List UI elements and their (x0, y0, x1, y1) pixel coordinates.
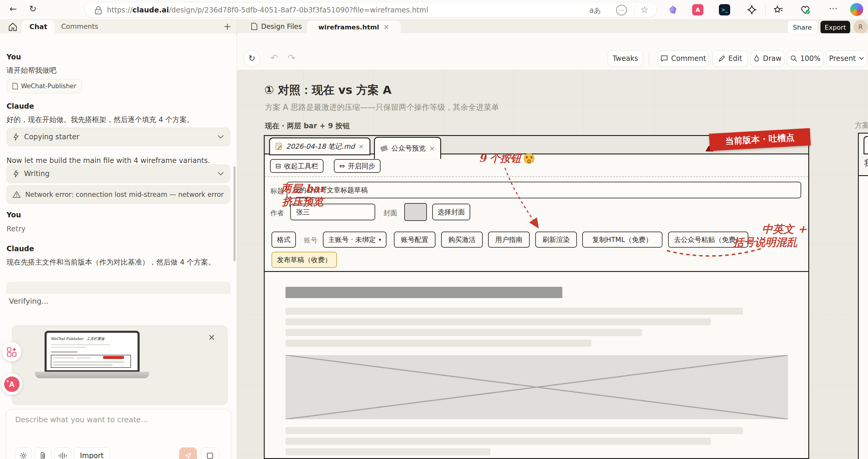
next-panel-label: 方案 (855, 121, 868, 130)
annotation-squeeze: 挤压预览 (282, 195, 323, 209)
close-icon[interactable]: × (358, 142, 364, 150)
svg-text:A: A (9, 380, 15, 389)
choose-cover-button[interactable]: 选择封面 (432, 204, 470, 220)
address-bar[interactable]: https://claude.ai/design/p/236d78f0-5dfb… (84, 2, 657, 18)
attach-paperclip-icon[interactable] (35, 448, 52, 459)
message-text: Retry (6, 224, 226, 234)
wireframe-subtitle: 方案 A 思路是最激进的压缩——只保留两个操作等级，其余全进菜单 (265, 102, 499, 112)
collapse-toolbar-button[interactable]: ⊟ 收起工具栏 (270, 159, 323, 173)
import-button[interactable]: Import (74, 448, 110, 459)
mockup-current-version: 2026-04-18 笔记.md × 公众号预览 × ⊟ 收起工具栏 ⇔ 开启同… (264, 135, 809, 459)
browser-more-menu-icon[interactable]: ⋯ (829, 3, 838, 13)
memo-icon (275, 142, 282, 150)
purchase-activate-button[interactable]: 购买激活 (441, 232, 483, 248)
extension-health-icon[interactable] (800, 4, 811, 15)
tweaks-button[interactable]: Tweaks (608, 51, 643, 66)
present-button[interactable]: Present (827, 51, 867, 66)
copilot-icon[interactable] (850, 3, 863, 16)
stop-button[interactable] (201, 448, 219, 459)
bookmark-star-icon[interactable]: ☆ (641, 4, 649, 15)
account-dropdown[interactable]: 主账号 · 未绑定 ▾ (323, 232, 386, 248)
file-icon (12, 83, 18, 90)
tab-wireframes[interactable]: wireframes.html × (307, 21, 401, 33)
new-chat-plus-icon[interactable]: + (223, 21, 231, 32)
attachment-chip[interactable]: WeChat-Publisher (6, 79, 82, 93)
close-icon[interactable]: × (383, 23, 389, 31)
step-card-copying[interactable]: Copying starter (6, 128, 230, 146)
redo-icon[interactable]: ↷ (287, 52, 296, 64)
tab-label: 2026-04-18 笔记.md (286, 142, 355, 151)
annotation-mixed-1: 中英文 + (762, 222, 807, 237)
close-icon[interactable]: × (208, 332, 215, 342)
sync-button[interactable]: ⇔ 开启同步 (334, 159, 380, 173)
caret-down-icon: ▾ (379, 237, 381, 242)
wireframe-heading: ① 对照：现在 vs 方案 A (265, 83, 392, 98)
undo-icon[interactable]: ↶ (270, 52, 278, 64)
placeholder-line (285, 307, 743, 315)
sidebar-scrollbar[interactable] (234, 166, 236, 261)
mockup-next-version: 我 (858, 133, 868, 459)
history-refresh-button[interactable]: ↻ (244, 50, 260, 66)
copy-html-button[interactable]: 复制HTML（免费） (582, 232, 662, 248)
user-guide-button[interactable]: 用户指南 (488, 232, 530, 248)
laptop-thumbnail: WeChat Publisher · 工具栏重做 (44, 331, 140, 372)
reader-more-icon[interactable]: ⋯ (616, 5, 627, 15)
cover-field-label: 封面 (383, 208, 397, 218)
title-input[interactable]: 我的公众号文章标题草稿 (287, 182, 801, 198)
step-card-writing[interactable]: Writing (6, 164, 230, 183)
translate-float-icon[interactable]: A (1, 373, 23, 395)
settings-gear-icon[interactable] (15, 448, 32, 459)
browser-refresh-icon[interactable]: ↻ (29, 4, 36, 13)
message-text: 请开始帮我做吧 (6, 65, 226, 76)
edit-button[interactable]: Edit (713, 51, 748, 66)
next-panel-content (859, 176, 868, 459)
chevron-down-icon (217, 172, 224, 176)
placeholder-line (285, 438, 711, 445)
pill-divider (634, 5, 635, 15)
mockup-tab-preview[interactable]: 公众号预览 × (374, 137, 441, 159)
status-text: Verifying... (9, 297, 49, 305)
share-button[interactable]: Share (788, 21, 817, 34)
account-config-button[interactable]: 账号配置 (394, 232, 435, 248)
extension-terminal-icon[interactable]: >_ (719, 4, 730, 15)
export-button[interactable]: Export (820, 21, 850, 34)
browser-back-icon[interactable]: ← (9, 4, 17, 13)
avatar[interactable]: R (854, 20, 867, 34)
laptop-base (35, 372, 149, 378)
tab-chat[interactable]: Chat (22, 20, 55, 33)
cover-swatch[interactable] (404, 203, 427, 221)
close-icon[interactable]: × (429, 144, 435, 152)
refresh-render-button[interactable]: 刷新渲染 (535, 232, 577, 248)
send-button[interactable] (179, 448, 197, 459)
extension-star-list-icon[interactable] (773, 4, 784, 15)
placeholder-line (285, 427, 743, 434)
tab-comments[interactable]: Comments (61, 23, 98, 30)
next-panel-text: 我 (864, 158, 868, 168)
home-icon[interactable] (8, 22, 18, 32)
panel-label: 现在 · 两层 bar + 9 按钮 (265, 121, 350, 131)
composer-input[interactable] (15, 415, 220, 442)
format-button[interactable]: 格式 (272, 232, 296, 248)
design-apps-float-icon[interactable] (2, 342, 21, 362)
comment-button[interactable]: Comment (658, 51, 709, 66)
collapse-icon: ⊟ (275, 162, 281, 170)
draw-button[interactable]: Draw (751, 51, 784, 66)
voice-waveform-icon[interactable] (54, 448, 71, 459)
message-text: 现在先搭主文件和当前版本（作为对比基准），然后做 4 个方案。 (6, 257, 226, 267)
publish-draft-button[interactable]: 发布草稿（收费） (272, 252, 337, 268)
dashed-separator (265, 176, 808, 177)
mockup-tab-notes[interactable]: 2026-04-18 笔记.md × (269, 137, 370, 155)
message-role: Claude (6, 244, 34, 253)
tab-label: 公众号预览 (392, 144, 426, 153)
placeholder-line (285, 340, 591, 347)
zoom-level-button[interactable]: 100% (787, 51, 824, 66)
message-role: You (6, 211, 21, 219)
annotation-nine-buttons: 9 个按钮 (479, 152, 535, 165)
design-files-button[interactable]: Design Files (251, 23, 302, 30)
extension-claude-icon[interactable] (746, 4, 757, 15)
extension-translate-icon[interactable]: A (692, 4, 704, 15)
extension-purple-icon[interactable] (667, 4, 679, 15)
annotation-two-bars: 两层 bar (281, 182, 325, 196)
font-size-icon[interactable]: aあ (589, 6, 601, 15)
ext-divider (765, 4, 766, 16)
